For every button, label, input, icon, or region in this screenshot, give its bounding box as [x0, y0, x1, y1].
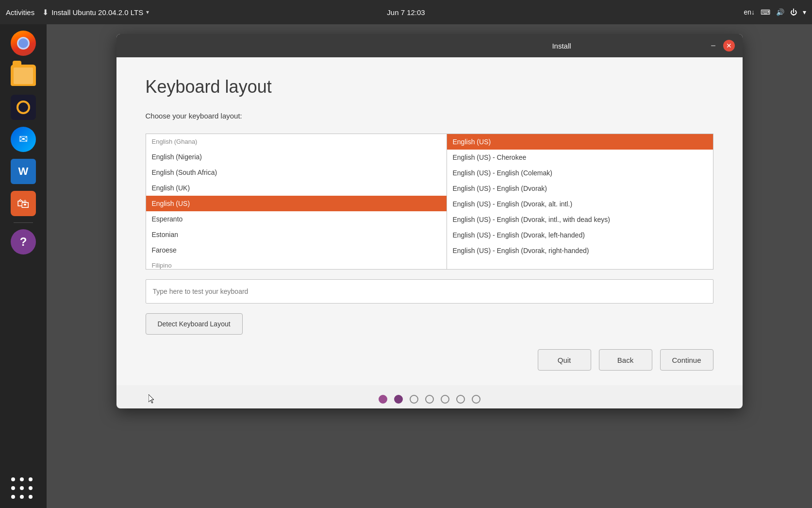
variant-item[interactable]: English (US) - English (Colemak): [447, 165, 713, 181]
dock-item-apps[interactable]: [11, 477, 36, 502]
dock-item-libreoffice[interactable]: W: [8, 156, 38, 186]
window-minimize-button[interactable]: −: [708, 40, 719, 51]
progress-dot-6: [456, 395, 465, 404]
window-title: Install: [416, 42, 708, 50]
variant-item[interactable]: English (US) - English (Dvorak, left-han…: [447, 227, 713, 243]
progress-dot-3: [410, 395, 418, 404]
window-close-button[interactable]: ✕: [723, 40, 735, 51]
list-item[interactable]: English (Nigeria): [146, 149, 447, 165]
language-list[interactable]: English (Ghana) English (Nigeria) Englis…: [146, 134, 447, 270]
language-indicator[interactable]: en↓: [744, 8, 755, 16]
dock: ✉ W 🛍 ?: [0, 24, 47, 508]
topbar: Activities ⬇ Install Ubuntu 20.04.2.0 LT…: [0, 0, 812, 24]
progress-indicator: [116, 385, 743, 408]
list-item[interactable]: Esperanto: [146, 211, 447, 227]
list-item[interactable]: English (UK): [146, 180, 447, 196]
progress-dot-7: [472, 395, 481, 404]
dock-item-rhythmbox[interactable]: [8, 92, 38, 122]
back-button[interactable]: Back: [599, 349, 652, 371]
layout-subtitle: Choose your keyboard layout:: [146, 112, 713, 120]
list-item[interactable]: English (Ghana): [146, 134, 447, 149]
navigation-buttons: Quit Back Continue: [146, 349, 713, 371]
system-time: Jun 7 12:03: [387, 8, 425, 17]
dock-item-files[interactable]: [8, 60, 38, 90]
dock-item-thunderbird[interactable]: ✉: [8, 124, 38, 154]
variant-item[interactable]: English (US) - Cherokee: [447, 150, 713, 165]
variant-item-selected[interactable]: English (US): [447, 134, 713, 150]
quit-button[interactable]: Quit: [538, 349, 591, 371]
progress-dot-1: [379, 395, 387, 404]
list-item[interactable]: Faroese: [146, 242, 447, 258]
window-controls: − ✕: [708, 40, 735, 51]
power-icon[interactable]: ⏻: [790, 8, 797, 16]
continue-button[interactable]: Continue: [660, 349, 713, 371]
variant-item[interactable]: English (US) - English (Dvorak, intl., w…: [447, 212, 713, 227]
volume-icon[interactable]: 🔊: [776, 8, 784, 16]
window-titlebar: Install − ✕: [116, 34, 743, 57]
list-item-selected[interactable]: English (US): [146, 196, 447, 211]
progress-dot-2: [394, 395, 403, 404]
progress-dot-5: [441, 395, 449, 404]
main-area: Install − ✕ Keyboard layout Choose your …: [47, 24, 812, 508]
dock-divider: [14, 222, 33, 223]
install-window: Install − ✕ Keyboard layout Choose your …: [116, 34, 743, 408]
variant-item[interactable]: English (US) - English (Dvorak, right-ha…: [447, 243, 713, 258]
dock-item-firefox[interactable]: [8, 28, 38, 58]
list-item[interactable]: Filipino: [146, 258, 447, 270]
activities-button[interactable]: Activities: [6, 8, 34, 17]
install-menu[interactable]: ⬇ Install Ubuntu 20.04.2.0 LTS ▾: [42, 8, 149, 17]
page-title: Keyboard layout: [146, 77, 713, 97]
install-label: Install Ubuntu 20.04.2.0 LTS: [51, 8, 143, 17]
list-item[interactable]: Estonian: [146, 227, 447, 242]
desktop: ✉ W 🛍 ?: [0, 24, 812, 508]
variant-item[interactable]: English (US) - English (Dvorak): [447, 181, 713, 196]
dock-item-help[interactable]: ?: [8, 227, 38, 257]
keyboard-test-input[interactable]: [146, 279, 713, 304]
list-item[interactable]: English (South Africa): [146, 165, 447, 180]
variant-item[interactable]: English (US) - English (Dvorak, alt. int…: [447, 196, 713, 212]
download-icon: ⬇: [42, 8, 49, 17]
install-dropdown-arrow: ▾: [146, 9, 149, 16]
keyboard-icon: ⌨: [761, 8, 770, 16]
progress-dot-4: [425, 395, 434, 404]
system-menu-arrow[interactable]: ▾: [803, 8, 806, 16]
window-content: Keyboard layout Choose your keyboard lay…: [116, 57, 743, 385]
variant-list[interactable]: English (US) English (US) - Cherokee Eng…: [447, 134, 713, 270]
dock-item-appcenter[interactable]: 🛍: [8, 188, 38, 219]
layout-lists: English (Ghana) English (Nigeria) Englis…: [146, 134, 713, 270]
detect-keyboard-button[interactable]: Detect Keyboard Layout: [146, 313, 243, 335]
